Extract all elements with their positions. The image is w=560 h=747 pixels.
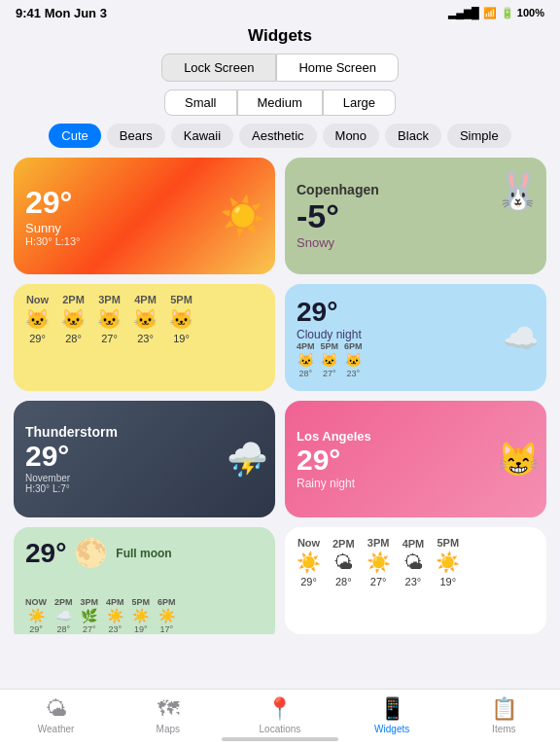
- nav-widgets[interactable]: 📱 Widgets: [368, 696, 416, 734]
- tab-home-screen[interactable]: Home Screen: [276, 53, 398, 82]
- thunder-icon: ⛈️: [227, 440, 267, 479]
- widget-cloudy-night[interactable]: 29° Cloudy night 4PM🐱28° 5PM🐱27° 6PM🐱23°…: [285, 284, 546, 391]
- cat-rain-icon: 😸: [498, 440, 539, 479]
- widget-sunny-temp: 29°: [25, 185, 81, 221]
- page-title: Widgets: [0, 26, 560, 46]
- widget-la-temp: 29°: [297, 444, 371, 477]
- forecast-col-4: 5PM 🐱 19°: [169, 294, 193, 344]
- fullmoon-top: 29° 🌕 Full moon: [25, 537, 263, 569]
- sun-icon: ☀️: [220, 195, 265, 237]
- filter-mono[interactable]: Mono: [323, 124, 380, 148]
- forecast-yellow-header: Now 🐱 29° 2PM 🐱 28° 3PM 🐱 27° 4PM 🐱 23° …: [25, 294, 193, 344]
- wifi-icon: 📶: [483, 7, 497, 19]
- nav-items[interactable]: 📋 Items: [479, 696, 528, 734]
- nav-weather[interactable]: 🌤 Weather: [32, 696, 81, 734]
- widget-forecast-white[interactable]: Now ☀️ 29° 2PM 🌤 28° 3PM ☀️ 27° 4PM 🌤 23…: [285, 527, 546, 634]
- nav-maps-label: Maps: [157, 724, 180, 734]
- filter-cute[interactable]: Cute: [49, 124, 100, 148]
- items-nav-icon: 📋: [491, 696, 517, 722]
- widget-sunny-condition: Sunny: [25, 221, 81, 235]
- sun-forecast-2: ☀️: [367, 551, 391, 574]
- fw-col-1: 2PM 🌤 28°: [332, 538, 355, 587]
- widget-moon-temp: 29°: [25, 538, 66, 569]
- cloudy-forecast: 4PM🐱28° 5PM🐱27° 6PM🐱23°: [297, 341, 363, 378]
- home-indicator: [222, 737, 338, 741]
- cloud-icon: ☁️: [503, 321, 539, 355]
- widget-copenhagen-temp: -5°: [297, 197, 339, 235]
- widget-la-city: Los Angeles: [297, 429, 371, 444]
- size-medium[interactable]: Medium: [237, 89, 323, 116]
- filter-simple[interactable]: Simple: [447, 124, 511, 148]
- maps-nav-icon: 🗺: [158, 696, 179, 722]
- battery-icon: 🔋 100%: [501, 7, 544, 19]
- filter-black[interactable]: Black: [385, 124, 441, 148]
- forecast-col-0: Now 🐱 29°: [25, 294, 50, 344]
- nav-locations[interactable]: 📍 Locations: [256, 696, 304, 734]
- widget-copenhagen[interactable]: Copenhagen -5° Snowy 🐰: [285, 158, 546, 274]
- cat-icon-2: 🐱: [97, 307, 122, 331]
- fw-col-0: Now ☀️ 29°: [297, 537, 321, 587]
- forecast-col-3: 4PM 🐱 23°: [133, 294, 158, 344]
- filter-kawaii[interactable]: Kawaii: [171, 124, 233, 148]
- widget-thunder-title: Thunderstorm: [25, 424, 118, 440]
- nav-locations-label: Locations: [260, 724, 301, 734]
- widget-thunderstorm[interactable]: Thunderstorm 29° November H:30° L:7° ⛈️: [14, 401, 275, 517]
- size-small[interactable]: Small: [164, 89, 237, 116]
- widget-thunder-hl: H:30° L:7°: [25, 483, 118, 494]
- size-large[interactable]: Large: [323, 89, 396, 116]
- fw-col-2: 3PM ☀️ 27°: [367, 537, 391, 587]
- cat-icon-3: 🐱: [133, 307, 158, 331]
- fullmoon-label: Full moon: [116, 547, 171, 560]
- moon-icon: 🌕: [74, 537, 108, 569]
- widget-copenhagen-condition: Snowy: [297, 235, 334, 250]
- filter-row: Cute Bears Kawaii Aesthetic Mono Black S…: [0, 124, 560, 148]
- status-bar: 9:41 Mon Jun 3 ▂▄▆█ 📶 🔋 100%: [0, 0, 560, 22]
- nav-items-label: Items: [492, 724, 515, 734]
- sun-forecast-4: ☀️: [436, 551, 460, 574]
- cat-icon-0: 🐱: [25, 307, 50, 331]
- widget-sunny[interactable]: 29° Sunny H:30° L:13° ☀️: [14, 158, 275, 274]
- bunny-icon: 🐰: [495, 169, 541, 212]
- filter-aesthetic[interactable]: Aesthetic: [239, 124, 316, 148]
- nav-weather-label: Weather: [38, 724, 75, 734]
- sun-forecast-3: 🌤: [403, 551, 423, 574]
- widget-la-condition: Rainy night: [297, 477, 371, 490]
- fw-col-3: 4PM 🌤 23°: [402, 538, 425, 587]
- forecast-col-2: 3PM 🐱 27°: [97, 294, 122, 344]
- tab-lock-screen[interactable]: Lock Screen: [161, 53, 276, 82]
- widget-losangeles[interactable]: Los Angeles 29° Rainy night 😸: [285, 401, 546, 517]
- nav-maps[interactable]: 🗺 Maps: [144, 696, 192, 734]
- forecast-white-row: Now ☀️ 29° 2PM 🌤 28° 3PM ☀️ 27° 4PM 🌤 23…: [297, 537, 460, 587]
- cat-icon-1: 🐱: [61, 307, 86, 331]
- forecast-col-1: 2PM 🐱 28°: [61, 294, 86, 344]
- widget-cloudy-condition: Cloudy night: [297, 328, 363, 341]
- cat-icon-4: 🐱: [169, 307, 193, 331]
- sun-forecast-1: 🌤: [333, 551, 353, 574]
- locations-nav-icon: 📍: [266, 696, 293, 722]
- nav-widgets-label: Widgets: [374, 724, 409, 734]
- sun-forecast-0: ☀️: [297, 551, 321, 574]
- weather-nav-icon: 🌤: [46, 696, 67, 722]
- widget-grid: 29° Sunny H:30° L:13° ☀️ Copenhagen -5° …: [0, 158, 560, 634]
- screen-tab-group: Lock Screen Home Screen: [0, 53, 560, 82]
- widget-forecast-yellow[interactable]: Now 🐱 29° 2PM 🐱 28° 3PM 🐱 27° 4PM 🐱 23° …: [14, 284, 275, 391]
- widgets-nav-icon: 📱: [379, 696, 405, 722]
- widget-thunder-temp: 29°: [25, 440, 118, 473]
- widget-cloudy-temp: 29°: [297, 297, 363, 328]
- status-icons: ▂▄▆█ 📶 🔋 100%: [448, 7, 544, 19]
- fw-col-4: 5PM ☀️ 19°: [436, 537, 460, 587]
- widget-fullmoon[interactable]: 29° 🌕 Full moon NOW☀️29° 2PM☁️28° 3PM🌿27…: [14, 527, 275, 634]
- widget-sunny-hl: H:30° L:13°: [25, 235, 81, 247]
- filter-bears[interactable]: Bears: [107, 124, 165, 148]
- signal-icon: ▂▄▆█: [448, 7, 479, 19]
- moon-forecast: NOW☀️29° 2PM☁️28° 3PM🌿27° 4PM☀️23° 5PM☀️…: [25, 597, 176, 634]
- status-time: 9:41 Mon Jun 3: [16, 6, 107, 20]
- widget-thunder-date: November: [25, 473, 118, 483]
- size-group: Small Medium Large: [0, 89, 560, 116]
